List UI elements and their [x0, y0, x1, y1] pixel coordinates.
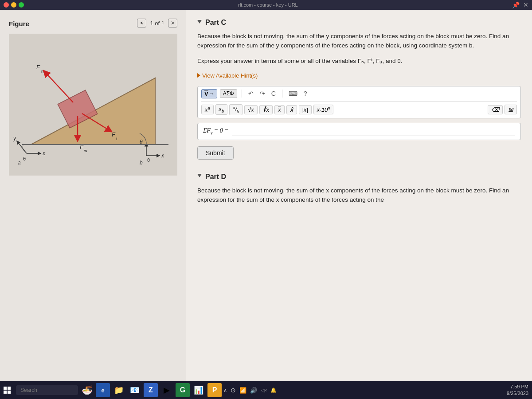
- vector-button[interactable]: V→: [201, 89, 217, 98]
- undo-button[interactable]: ↶: [246, 89, 255, 98]
- main-content: Figure < 1 of 1 >: [0, 10, 532, 381]
- sqrt-button[interactable]: √x: [244, 105, 258, 114]
- taskbar-icon-browser[interactable]: e: [96, 383, 110, 397]
- svg-text:F: F: [80, 144, 84, 150]
- part-d-section: Part D Because the block is not moving, …: [197, 173, 521, 205]
- redo-button[interactable]: ↷: [258, 89, 267, 98]
- answer-equation-label: ΣFy = 0 =: [203, 127, 229, 135]
- svg-text:θ: θ: [147, 157, 150, 163]
- taskbar-network-icon[interactable]: ⊙: [231, 387, 236, 394]
- taskbar-icon-play[interactable]: ▶: [160, 383, 174, 397]
- minimize-btn[interactable]: [11, 2, 16, 8]
- taskbar-icon-g[interactable]: G: [176, 383, 190, 397]
- sigma-phi-button[interactable]: ΑΣΦ: [220, 89, 237, 98]
- hint-link[interactable]: View Available Hint(s): [197, 72, 521, 79]
- taskbar-volume-icon[interactable]: 🔊: [250, 387, 257, 394]
- hint-arrow-icon: [197, 73, 200, 78]
- answer-input-field[interactable]: [232, 127, 515, 136]
- overline-button[interactable]: x: [274, 105, 285, 114]
- taskbar-time-display: 7:59 PM 9/25/2023: [507, 383, 528, 397]
- taskbar-icon-noodles[interactable]: 🍜: [80, 383, 94, 397]
- taskbar-icon-email[interactable]: 📧: [128, 383, 142, 397]
- part-d-title: Part D: [205, 173, 226, 181]
- scientific-notation-button[interactable]: x·10n: [313, 105, 334, 114]
- figure-next-button[interactable]: >: [168, 19, 177, 27]
- svg-text:θ: θ: [23, 156, 26, 161]
- part-d-header: Part D: [197, 173, 521, 181]
- toolbar-row2: xa xb a/b √x ∛x x x̂ |x| x·10n ⌫ ⊠: [201, 104, 517, 115]
- cbrt-button[interactable]: ∛x: [259, 105, 273, 114]
- keyboard-button[interactable]: ⌨: [287, 89, 299, 98]
- toolbar-divider2: [282, 90, 282, 98]
- svg-text:w: w: [84, 149, 87, 153]
- window-close-icon[interactable]: ✕: [523, 1, 528, 8]
- help-button[interactable]: ?: [302, 89, 309, 98]
- figure-label: Figure: [9, 20, 29, 27]
- toolbar-row1: V→ ΑΣΦ ↶ ↷ C ⌨ ?: [201, 89, 517, 102]
- delete-char-button[interactable]: ⌫: [488, 105, 503, 114]
- answer-toolbar: V→ ΑΣΦ ↶ ↷ C ⌨ ? xa xb a/b √x ∛x x x̂ |x: [197, 86, 521, 118]
- fraction-button[interactable]: a/b: [229, 104, 243, 115]
- figure-navigation: < 1 of 1 >: [137, 19, 177, 27]
- grid-button[interactable]: ⊠: [505, 105, 517, 114]
- svg-text:θ: θ: [140, 139, 143, 145]
- svg-text:F: F: [36, 64, 40, 70]
- part-d-collapse-icon[interactable]: [197, 174, 202, 180]
- taskbar-notification-icon[interactable]: 🔔: [270, 387, 277, 393]
- taskbar: 🍜 e 📁 📧 Z ▶ G 📊 P ∧ ⊙ 📶 🔊 ◁× 🔔 7:59 PM 9…: [0, 381, 532, 399]
- right-panel: Part C Because the block is not moving, …: [186, 10, 532, 381]
- browser-title-bar: rlt.com - course - key - URL 📌 ✕: [0, 0, 532, 10]
- part-c-title: Part C: [205, 19, 226, 27]
- svg-text:x: x: [161, 153, 164, 159]
- figure-panel: Figure < 1 of 1 >: [0, 10, 186, 381]
- close-btn[interactable]: [4, 2, 9, 8]
- abs-button[interactable]: |x|: [299, 105, 312, 114]
- system-tray: ∧ ⊙ 📶 🔊 ◁× 🔔: [223, 387, 277, 394]
- reset-button[interactable]: C: [270, 89, 278, 98]
- svg-text:n: n: [41, 69, 43, 74]
- part-d-description: Because the block is not moving, the sum…: [197, 186, 521, 205]
- hint-label-text: View Available Hint(s): [202, 72, 258, 79]
- x-subscript-button[interactable]: xb: [215, 104, 228, 115]
- figure-prev-button[interactable]: <: [137, 19, 146, 27]
- taskbar-search-input[interactable]: [16, 385, 78, 395]
- hat-button[interactable]: x̂: [286, 105, 297, 114]
- part-c-express-text: Express your answer in terms of some or …: [197, 57, 521, 66]
- svg-text:F: F: [112, 131, 116, 138]
- browser-title-text: rlt.com - course - key - URL: [27, 2, 509, 8]
- window-pin-icon[interactable]: 📌: [512, 1, 520, 8]
- maximize-btn[interactable]: [19, 2, 24, 8]
- taskbar-mute-icon[interactable]: ◁×: [261, 387, 267, 393]
- part-c-collapse-icon[interactable]: [197, 20, 202, 26]
- taskbar-icon-chart[interactable]: 📊: [192, 383, 206, 397]
- taskbar-chevron-icon[interactable]: ∧: [223, 387, 227, 393]
- figure-page-indicator: 1 of 1: [150, 20, 164, 27]
- svg-text:x: x: [42, 150, 46, 156]
- submit-button[interactable]: Submit: [197, 146, 234, 160]
- svg-text:y: y: [13, 135, 16, 141]
- taskbar-icon-p[interactable]: P: [207, 383, 222, 397]
- toolbar-divider: [242, 90, 242, 98]
- taskbar-wifi-icon[interactable]: 📶: [239, 387, 246, 394]
- taskbar-icon-folder[interactable]: 📁: [112, 383, 126, 397]
- part-c-header: Part C: [197, 19, 521, 27]
- taskbar-icon-z[interactable]: Z: [144, 383, 158, 397]
- start-button[interactable]: [4, 387, 12, 394]
- figure-diagram: y x θ a y x θ: [9, 34, 177, 176]
- part-c-description: Because the block is not moving, the sum…: [197, 32, 521, 51]
- svg-text:a: a: [18, 160, 21, 166]
- x-superscript-button[interactable]: xa: [201, 105, 214, 114]
- answer-input-row: ΣFy = 0 =: [197, 123, 521, 140]
- svg-text:b: b: [140, 160, 143, 166]
